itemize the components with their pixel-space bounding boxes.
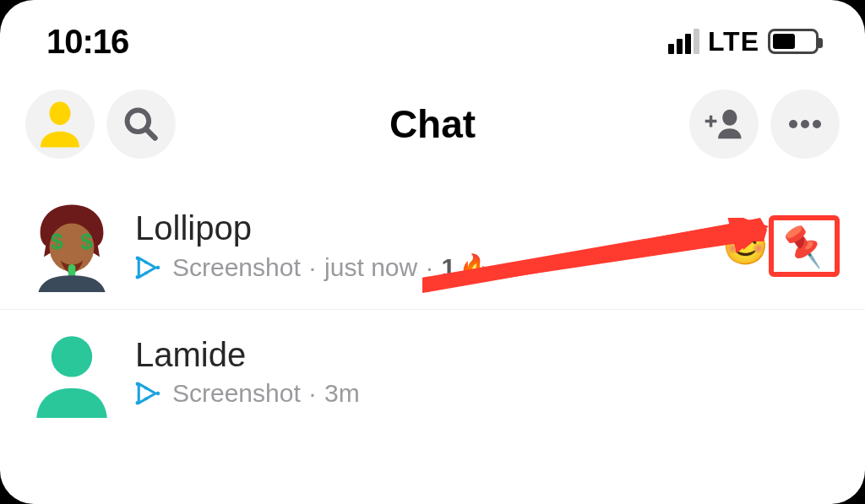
- svg-point-21: [144, 386, 148, 389]
- fire-icon: 🔥: [459, 252, 490, 282]
- add-friend-button[interactable]: [689, 89, 759, 159]
- svg-point-4: [813, 120, 821, 128]
- svg-point-10: [136, 275, 140, 279]
- chat-info: Lollipop Screenshot · j: [135, 209, 717, 282]
- pushpin-icon: 📌: [779, 221, 830, 269]
- screenshot-icon: [135, 253, 164, 282]
- separator: ·: [309, 253, 316, 282]
- status-right: LTE: [668, 26, 819, 57]
- streak-count: 1: [442, 253, 456, 282]
- status-time: 10:16: [46, 23, 128, 61]
- time-text: 3m: [324, 379, 360, 408]
- chat-name: Lollipop: [135, 209, 717, 247]
- chat-name: Lamide: [135, 336, 840, 374]
- svg-point-19: [136, 401, 140, 405]
- svg-point-22: [144, 397, 148, 400]
- search-button[interactable]: [106, 89, 176, 159]
- chat-list: $ $ Lollipop: [0, 184, 865, 435]
- status-bar: 10:16 LTE: [0, 0, 865, 74]
- avatar: $ $: [25, 199, 118, 292]
- row-right: 😊 📌: [717, 215, 840, 277]
- page-title: Chat: [176, 101, 689, 147]
- profile-button[interactable]: [25, 89, 95, 159]
- svg-point-3: [801, 120, 809, 128]
- app-screen: 10:16 LTE Chat: [0, 0, 865, 504]
- snapstreak: 1 🔥: [442, 252, 491, 282]
- time-text: just now: [324, 253, 417, 282]
- svg-rect-8: [68, 264, 76, 277]
- status-text: Screenshot: [172, 253, 301, 282]
- svg-text:$: $: [51, 229, 63, 254]
- chat-info: Lamide Screenshot · 3m: [135, 336, 840, 408]
- friend-emoji-icon: 😊: [722, 224, 769, 268]
- cellular-signal-icon: [668, 29, 699, 54]
- status-text: Screenshot: [172, 379, 301, 408]
- search-icon: [122, 106, 160, 143]
- chat-subtext: Screenshot · just now · 1 🔥: [135, 252, 717, 282]
- separator: ·: [426, 253, 432, 282]
- avatar: [25, 325, 118, 418]
- more-button[interactable]: [770, 89, 840, 159]
- chat-row[interactable]: Lamide Screenshot · 3m: [0, 310, 865, 435]
- svg-point-9: [136, 256, 140, 260]
- chat-header: Chat: [0, 74, 865, 184]
- chat-subtext: Screenshot · 3m: [135, 379, 840, 408]
- battery-icon: [768, 29, 819, 54]
- annotation-highlight-box: 📌: [769, 215, 840, 277]
- svg-line-1: [146, 129, 155, 138]
- svg-point-18: [136, 382, 140, 386]
- chat-row[interactable]: $ $ Lollipop: [0, 184, 865, 310]
- separator: ·: [309, 379, 316, 408]
- ellipsis-icon: [786, 119, 824, 129]
- network-label: LTE: [708, 26, 759, 57]
- add-person-icon: [704, 104, 744, 144]
- svg-point-17: [52, 336, 92, 377]
- person-silhouette-icon: [39, 101, 81, 148]
- svg-point-20: [156, 391, 160, 395]
- screenshot-icon: [135, 379, 164, 408]
- svg-point-13: [144, 271, 148, 274]
- svg-point-2: [789, 120, 797, 128]
- svg-point-12: [144, 260, 148, 263]
- svg-text:$: $: [80, 229, 93, 254]
- svg-point-11: [156, 265, 160, 269]
